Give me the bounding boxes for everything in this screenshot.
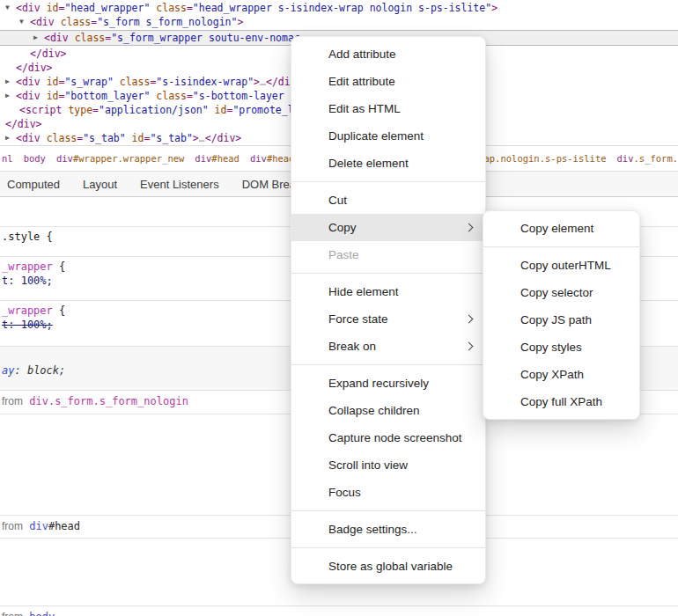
menu-item-label: Edit as HTML (328, 102, 401, 115)
menu-item-copy-xpath[interactable]: Copy XPath (483, 361, 639, 388)
copy-submenu: Copy elementCopy outerHTMLCopy selectorC… (483, 210, 640, 420)
inherited-node-id[interactable]: #head (48, 520, 80, 532)
breadcrumb-item[interactable]: div#head (195, 153, 240, 164)
menu-item-copy-full-xpath[interactable]: Copy full XPath (483, 388, 639, 415)
code-token: = (187, 2, 193, 14)
dom-tree-row[interactable]: ▼<div class="s_form s_form_nologin"> (0, 15, 678, 29)
expand-arrow-icon[interactable]: ▶ (5, 75, 10, 89)
menu-item-copy-selector[interactable]: Copy selector (483, 279, 639, 306)
menu-item-collapse-children[interactable]: Collapse children (291, 397, 485, 424)
code-token: id (215, 104, 227, 116)
menu-item-label: Paste (328, 248, 359, 261)
menu-item-cut[interactable]: Cut (291, 187, 485, 214)
code-token: > (237, 16, 243, 28)
menu-item-force-state[interactable]: Force state (291, 305, 485, 333)
code-token: <script (19, 104, 68, 116)
menu-separator (483, 246, 639, 247)
code-token: > (254, 76, 260, 88)
submenu-chevron-icon (465, 314, 474, 323)
menu-separator (291, 273, 485, 274)
breadcrumb-item[interactable]: div#wrapper.wrapper_new (56, 153, 184, 164)
code-token: "s-isindex-wrap" (156, 76, 254, 88)
menu-item-label: Copy selector (520, 286, 593, 299)
menu-item-store-as-global-variable[interactable]: Store as global variable (291, 553, 485, 580)
menu-item-label: Badge settings... (328, 523, 417, 536)
tab-layout[interactable]: Layout (83, 178, 117, 191)
code-token: </div> (205, 132, 242, 144)
dom-node-code: <div class="s_form_wrapper soutu-env-nom… (0, 32, 300, 44)
menu-item-copy-element[interactable]: Copy element (483, 215, 639, 242)
dom-node-code: <div class="s_form s_form_nologin"> (0, 16, 243, 28)
breadcrumb-qualifier: #wrapper.wrapper_new (73, 153, 184, 164)
menu-item-scroll-into-view[interactable]: Scroll into view (291, 451, 485, 479)
expand-arrow-icon[interactable]: ▶ (5, 89, 10, 103)
code-token: "s-bottom-layer s- (193, 90, 303, 102)
breadcrumb-tag: div (617, 153, 634, 164)
menu-item-focus[interactable]: Focus (291, 479, 485, 506)
css-declaration[interactable]: t: 100%; (2, 275, 53, 287)
menu-item-label: Copy XPath (520, 368, 584, 381)
menu-item-duplicate-element[interactable]: Duplicate element (291, 122, 485, 150)
css-selector[interactable]: _wrapper (2, 304, 53, 317)
code-token: <div (44, 32, 75, 44)
code-token: … (199, 132, 205, 144)
menu-item-label: Copy (328, 221, 357, 234)
code-token: > (491, 2, 497, 14)
collapse-arrow-icon[interactable]: ▼ (5, 1, 10, 15)
code-token: "s_form_wrapper soutu-env-nomac (111, 32, 300, 44)
code-token: class (47, 132, 77, 144)
code-token (126, 132, 132, 144)
css-selector[interactable]: _wrapper (2, 260, 53, 273)
menu-item-add-attribute[interactable]: Add attribute (291, 40, 485, 68)
dom-node-code: <div id="head_wrapper" class="head_wrapp… (0, 2, 497, 14)
menu-item-edit-attribute[interactable]: Edit attribute (291, 68, 485, 95)
code-token: <div (16, 76, 47, 88)
menu-item-copy-outerhtml[interactable]: Copy outerHTML (483, 252, 639, 279)
dom-node-code: <div class="s_tab" id="s_tab">…</div> (0, 132, 241, 144)
menu-item-edit-as-html[interactable]: Edit as HTML (291, 95, 485, 122)
code-token: class (61, 16, 92, 28)
dom-node-code: <div id="s_wrap" class="s-isindex-wrap">… (0, 76, 303, 88)
dom-node-code: <div id="bottom_layer" class="s-bottom-l… (0, 90, 302, 102)
css-declaration-overridden[interactable]: t: 100%; (2, 319, 53, 331)
breadcrumb-item[interactable]: body (24, 153, 46, 164)
menu-item-label: Copy outerHTML (520, 259, 611, 272)
menu-item-badge-settings[interactable]: Badge settings... (291, 516, 485, 543)
code-token: = (92, 104, 99, 116)
menu-item-delete-element[interactable]: Delete element (291, 150, 485, 177)
code-token: <div (16, 90, 47, 102)
menu-item-break-on[interactable]: Break on (291, 333, 485, 360)
code-token: class (156, 90, 187, 102)
menu-item-copy[interactable]: Copy (291, 214, 485, 241)
expand-arrow-icon[interactable]: ▶ (5, 131, 10, 145)
breadcrumb-item[interactable]: nl (2, 153, 13, 164)
breadcrumb-tag: div (250, 153, 267, 164)
collapse-arrow-icon[interactable]: ▼ (19, 15, 24, 29)
expand-arrow-icon[interactable]: ▶ (33, 31, 38, 45)
menu-item-copy-styles[interactable]: Copy styles (483, 334, 639, 361)
dom-node-code: </div> (0, 48, 67, 60)
inherited-node-link[interactable]: div (29, 520, 48, 532)
inherited-node-link[interactable]: body (29, 611, 55, 616)
css-selector[interactable]: .style (2, 231, 40, 243)
menu-item-label: Focus (328, 486, 361, 499)
breadcrumb-qualifier: .s_form.s_form_nologin (634, 153, 678, 164)
menu-item-copy-js-path[interactable]: Copy JS path (483, 306, 639, 334)
css-open-brace: { (40, 231, 52, 243)
breadcrumb-item[interactable]: div.s_form.s_form_nologin (617, 153, 678, 164)
code-token: </div> (30, 48, 67, 60)
menu-item-hide-element[interactable]: Hide element (291, 278, 485, 305)
code-token: "application/json" (99, 104, 209, 116)
menu-item-label: Scroll into view (328, 458, 408, 472)
tab-event-listeners[interactable]: Event Listeners (140, 178, 219, 191)
menu-item-expand-recursively[interactable]: Expand recursively (291, 370, 485, 397)
inherited-node-link[interactable]: div.s_form.s_form_nologin (29, 395, 188, 407)
menu-item-label: Add attribute (328, 48, 396, 61)
menu-item-capture-node-screenshot[interactable]: Capture node screenshot (291, 424, 485, 451)
dom-tree-row[interactable]: ▼<div id="head_wrapper" class="head_wrap… (0, 1, 678, 15)
context-menu: Add attributeEdit attributeEdit as HTMLD… (291, 36, 486, 584)
code-token: > (193, 132, 199, 144)
code-token: "s_wrap" (64, 76, 113, 88)
menu-item-label: Store as global variable (328, 560, 453, 573)
tab-computed[interactable]: Computed (7, 178, 60, 191)
